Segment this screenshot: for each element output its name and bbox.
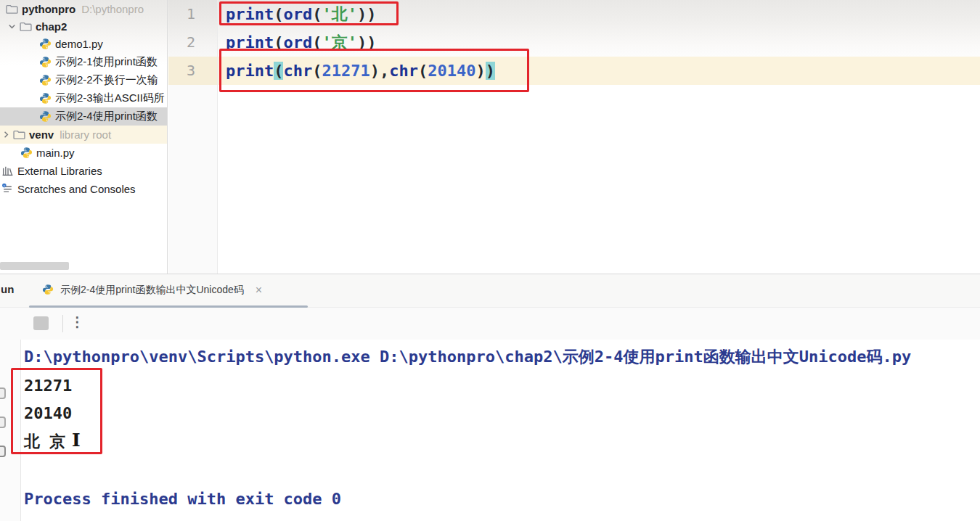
line-number[interactable]: 2 — [168, 28, 217, 57]
code-token: ( — [312, 5, 322, 23]
tree-item-label: chap2 — [36, 20, 67, 33]
tree-item-example-2-2[interactable]: 示例2-2不换行一次输 — [0, 71, 167, 89]
run-tab-bar: un 示例2-4使用print函数输出中文Unicode码 × — [0, 274, 980, 308]
tree-item-label: demo1.py — [55, 38, 103, 50]
libraries-icon — [1, 165, 14, 177]
project-panel: pythonpro D:\pythonpro chap2 demo1.py — [0, 0, 168, 274]
code-token: print — [226, 5, 274, 23]
pycharm-window: pythonpro D:\pythonpro chap2 demo1.py — [0, 0, 980, 521]
svg-text:s: s — [4, 184, 5, 187]
run-window-label: un — [1, 283, 14, 295]
console-toolbar-icon[interactable] — [0, 446, 6, 457]
sidebar-hscrollbar-thumb[interactable] — [0, 262, 69, 270]
tree-item-chap2[interactable]: chap2 — [0, 17, 167, 35]
tree-item-scratches[interactable]: s Scratches and Consoles — [0, 180, 167, 198]
tree-item-label: 示例2-4使用print函数 — [55, 110, 158, 123]
console-toolbar-icon[interactable] — [0, 387, 6, 399]
code-token: chr — [283, 62, 312, 80]
code-token: ( — [274, 33, 283, 52]
library-root-badge: library root — [60, 128, 111, 141]
code-token: ord — [283, 33, 312, 52]
tree-item-demo1[interactable]: demo1.py — [0, 35, 167, 53]
console-command-line: D:\pythonpro\venv\Scripts\python.exe D:\… — [24, 348, 911, 366]
code-token: ) — [475, 62, 485, 80]
console-left-rail — [0, 340, 21, 521]
tree-item-label: External Libraries — [17, 165, 102, 177]
tree-item-venv[interactable]: venv library root — [0, 126, 167, 144]
console-stdout-line: 北 京 — [24, 432, 65, 451]
line-number[interactable]: 1 — [168, 0, 217, 28]
project-root-label: pythonpro — [22, 3, 75, 15]
folder-icon — [13, 128, 25, 141]
console-output[interactable]: D:\pythonpro\venv\Scripts\python.exe D:\… — [0, 340, 980, 521]
code-token: )) — [357, 33, 377, 52]
tree-item-label: main.py — [36, 147, 75, 159]
python-file-icon — [39, 38, 52, 50]
matched-brace: ) — [486, 62, 495, 80]
stop-button[interactable] — [33, 316, 49, 330]
code-token: '京' — [322, 33, 357, 52]
run-tab-title: 示例2-4使用print函数输出中文Unicode码 — [60, 284, 244, 297]
editor-gutter[interactable]: 1 2 3 — [168, 0, 218, 274]
python-file-icon — [39, 56, 52, 68]
tree-item-label: Scratches and Consoles — [17, 183, 136, 195]
code-token: '北' — [322, 5, 357, 23]
tree-item-main-py[interactable]: main.py — [0, 144, 167, 162]
tree-item-external-libraries[interactable]: External Libraries — [0, 162, 167, 180]
code-token: )) — [357, 5, 377, 23]
code-token: ( — [274, 5, 283, 23]
run-tab[interactable]: 示例2-4使用print函数输出中文Unicode码 × — [29, 274, 272, 305]
code-token: ord — [283, 5, 312, 23]
tree-item-label: 示例2-2不换行一次输 — [55, 73, 158, 87]
chevron-right-icon[interactable] — [1, 130, 11, 139]
tree-item-example-2-3[interactable]: 示例2-3输出ASCII码所 — [0, 89, 167, 107]
folder-icon — [20, 20, 32, 33]
editor-panel[interactable]: 1 2 3 print(ord('北')) print(ord('京')) pr… — [168, 0, 980, 274]
python-file-icon — [39, 74, 52, 86]
run-tool-window: un 示例2-4使用print函数输出中文Unicode码 × ⋮ D — [0, 274, 980, 521]
console-toolbar-icon[interactable] — [0, 417, 6, 428]
toolbar-divider — [62, 315, 63, 332]
line-number[interactable]: 3 — [168, 57, 217, 85]
console-exit-line: Process finished with exit code 0 — [24, 490, 341, 509]
code-line[interactable]: print(ord('北')) — [219, 0, 980, 28]
matched-brace: ( — [274, 62, 283, 80]
python-file-icon — [42, 284, 54, 296]
code-token: ( — [418, 62, 428, 80]
project-root-path: D:\pythonpro — [81, 3, 144, 15]
tree-item-label: 示例2-1使用print函数 — [55, 55, 158, 69]
code-line[interactable]: print(chr(21271),chr(20140)) — [219, 57, 980, 85]
python-file-icon — [39, 110, 52, 123]
text-cursor-ibeam: I — [72, 430, 81, 451]
code-token: ), — [370, 62, 390, 80]
code-area[interactable]: print(ord('北')) print(ord('京')) print(ch… — [219, 0, 980, 85]
more-options-icon[interactable]: ⋮ — [70, 313, 84, 330]
code-token: ( — [312, 62, 322, 80]
code-token: 20140 — [428, 62, 475, 80]
code-token: print — [226, 62, 274, 80]
tree-item-example-2-4-selected[interactable]: 示例2-4使用print函数 — [0, 107, 167, 126]
console-stdout-line: 20140 — [24, 404, 72, 423]
chevron-down-icon[interactable] — [7, 22, 17, 31]
tree-item-label: 示例2-3输出ASCII码所 — [55, 91, 165, 105]
code-line[interactable]: print(ord('京')) — [219, 28, 980, 57]
console-stdout-line: 21271 — [24, 377, 72, 395]
python-file-icon — [20, 147, 33, 159]
python-file-icon — [39, 92, 52, 104]
tree-item-example-2-1[interactable]: 示例2-1使用print函数 — [0, 53, 167, 71]
top-section: pythonpro D:\pythonpro chap2 demo1.py — [0, 0, 980, 274]
code-token: print — [226, 33, 274, 52]
code-token: 21271 — [322, 62, 369, 80]
tree-item-pythonpro[interactable]: pythonpro D:\pythonpro — [0, 0, 167, 17]
scratches-icon: s — [1, 183, 14, 195]
tree-item-label: venv — [29, 128, 54, 141]
code-token: chr — [389, 62, 418, 80]
close-icon[interactable]: × — [256, 284, 262, 296]
code-token: ( — [312, 33, 322, 52]
run-toolbar: ⋮ — [0, 308, 980, 340]
folder-icon — [6, 3, 18, 15]
